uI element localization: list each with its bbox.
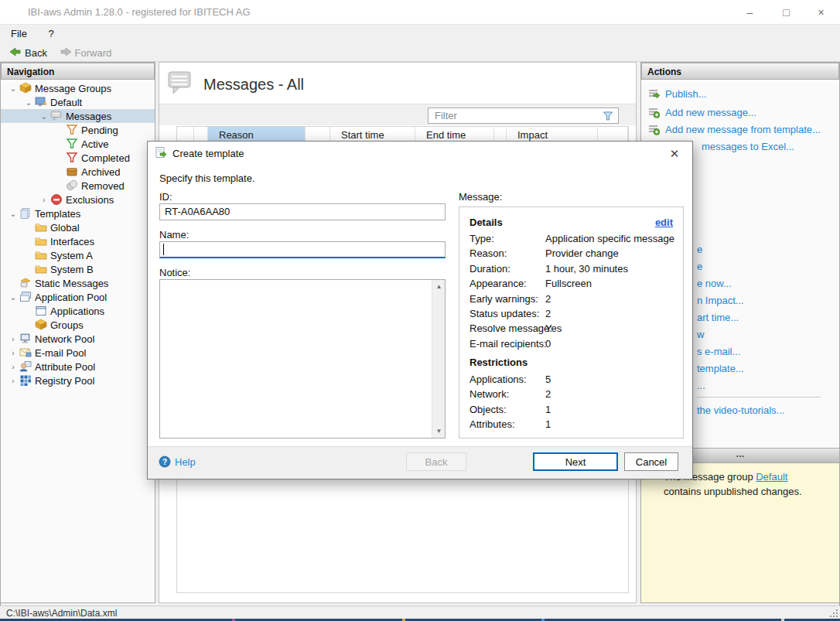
next-button[interactable]: Next	[533, 452, 618, 471]
action-fragment[interactable]: e now...	[697, 278, 732, 289]
nav-item-label: Message Groups	[35, 83, 111, 94]
dialog-titlebar[interactable]: Create template ✕	[148, 142, 692, 165]
forward-button[interactable]: Forward	[55, 44, 117, 61]
folder-icon	[35, 249, 47, 261]
chevron-right-icon[interactable]: ›	[38, 193, 50, 206]
chevron-spacer	[22, 305, 35, 317]
action-publish[interactable]: Publish...	[647, 87, 706, 100]
chevron-down-icon[interactable]: ⌄	[38, 110, 50, 122]
statusbar-path: C:\IBI-aws\Admin\Data.xml	[6, 608, 117, 619]
dialog-title: Create template	[172, 148, 244, 159]
default-group-link[interactable]: Default	[756, 471, 787, 483]
chevron-down-icon[interactable]: ⌄	[7, 82, 19, 94]
back-button[interactable]: Back	[5, 44, 52, 61]
action-fragment[interactable]: n Impact...	[697, 295, 744, 306]
chevron-right-icon[interactable]: ›	[7, 346, 19, 359]
nav-item-system-a[interactable]: System A	[1, 248, 155, 262]
nav-item-e-mail-pool[interactable]: ›E-mail Pool	[1, 346, 155, 360]
chevron-down-icon[interactable]: ⌄	[7, 207, 19, 220]
minimize-button[interactable]: –	[732, 0, 767, 25]
nav-item-applications[interactable]: Applications	[1, 304, 155, 318]
filter-funnel-icon[interactable]	[602, 110, 614, 122]
cancel-button[interactable]: Cancel	[624, 452, 678, 471]
nav-item-label: Groups	[50, 319, 84, 331]
chevron-right-icon[interactable]: ›	[7, 333, 19, 345]
nav-item-message-groups[interactable]: ⌄Message Groups	[1, 81, 155, 95]
funnel-red-icon	[66, 152, 78, 164]
nav-item-exclusions[interactable]: ›Exclusions	[1, 193, 155, 206]
nav-item-registry-pool[interactable]: ›Registry Pool	[1, 374, 155, 387]
nav-item-label: Attribute Pool	[35, 361, 95, 373]
nav-item-application-pool[interactable]: ⌄Application Pool	[1, 290, 155, 304]
name-field[interactable]	[159, 241, 446, 258]
detail-value: 2	[545, 388, 551, 400]
scroll-down-icon[interactable]: ▼	[432, 425, 446, 438]
action-video-tutorials-link[interactable]: the video-tutorials...	[697, 404, 784, 416]
nav-item-messages[interactable]: ⌄Messages	[1, 109, 155, 123]
nav-item-completed[interactable]: Completed	[1, 151, 155, 165]
nav-item-label: E-mail Pool	[35, 347, 86, 359]
funnel-orange-icon	[66, 124, 78, 136]
scroll-up-icon[interactable]: ▲	[432, 280, 446, 293]
message-label: Message:	[459, 191, 502, 203]
maximize-button[interactable]: □	[769, 0, 804, 25]
edit-link[interactable]: edit	[655, 217, 673, 228]
nav-item-label: Removed	[81, 180, 125, 192]
action-add-new-message[interactable]: Add new message...	[647, 106, 756, 118]
detail-row-attributes: Attributes:1	[470, 418, 674, 433]
notice-scrollbar[interactable]: ▲ ▼	[432, 280, 445, 438]
filter-input[interactable]: Filter	[428, 107, 619, 124]
action-fragment[interactable]: e	[697, 244, 702, 255]
nav-item-system-b[interactable]: System B	[1, 262, 155, 276]
detail-value: 1 hour, 30 minutes	[545, 263, 628, 275]
action-fragment[interactable]: s e-mail...	[697, 346, 740, 357]
chevron-right-icon[interactable]: ›	[7, 374, 19, 387]
detail-row-applications: Applications:5	[470, 374, 674, 388]
nav-item-removed[interactable]: Removed	[1, 179, 155, 193]
folder-icon	[35, 263, 47, 275]
action-fragment[interactable]: w	[697, 329, 704, 340]
resize-grip[interactable]	[830, 609, 838, 617]
page-title: Messages - All	[203, 76, 304, 94]
action-fragment[interactable]: ...	[697, 380, 705, 391]
detail-row-network: Network:2	[470, 388, 674, 403]
help-link[interactable]: ? Help	[159, 456, 196, 468]
close-button[interactable]: ×	[804, 0, 838, 25]
nav-item-attribute-pool[interactable]: ›Attribute Pool	[1, 360, 155, 374]
nav-item-templates[interactable]: ⌄Templates	[1, 206, 155, 220]
nav-item-label: Application Pool	[35, 292, 107, 303]
name-label: Name:	[159, 229, 189, 241]
nav-item-global[interactable]: Global	[1, 220, 155, 234]
id-field[interactable]: RT-A0A6AA80	[159, 203, 446, 220]
action-add-new-message-from-template[interactable]: Add new message from template...	[647, 123, 821, 135]
nav-item-static-messages[interactable]: Static Messages	[1, 276, 155, 290]
back-dialog-button[interactable]: Back	[406, 452, 466, 471]
nav-item-interfaces[interactable]: Interfaces	[1, 234, 155, 248]
dialog-close-icon[interactable]: ✕	[666, 145, 683, 162]
nav-item-label: Messages	[66, 111, 111, 122]
action-fragment[interactable]: e	[697, 261, 702, 272]
chevron-right-icon[interactable]: ›	[7, 360, 19, 373]
chevron-spacer	[22, 319, 35, 331]
nav-item-pending[interactable]: Pending	[1, 123, 155, 137]
detail-value: 5	[545, 374, 551, 385]
menu-help[interactable]: ?	[41, 25, 62, 43]
nav-item-default[interactable]: ⌄Default	[1, 95, 155, 109]
exclusion-icon	[50, 193, 63, 206]
nav-item-active[interactable]: Active	[1, 137, 155, 151]
menu-file[interactable]: File	[3, 25, 35, 43]
nav-item-archived[interactable]: Archived	[1, 165, 155, 179]
chevron-down-icon[interactable]: ⌄	[7, 291, 19, 303]
filter-row: Filter	[159, 104, 636, 125]
action-fragment[interactable]: template...	[697, 363, 744, 374]
chevron-spacer	[7, 277, 19, 289]
detail-row-reason: Reason:Provider change	[470, 247, 674, 262]
nav-item-network-pool[interactable]: ›Network Pool	[1, 332, 155, 346]
app-logo-icon	[9, 5, 22, 19]
action-fragment[interactable]: art time...	[697, 312, 739, 323]
chevron-down-icon[interactable]: ⌄	[22, 96, 35, 108]
nav-item-groups[interactable]: Groups	[1, 318, 155, 332]
filter-placeholder: Filter	[429, 110, 602, 121]
notice-field[interactable]: ▲ ▼	[159, 279, 446, 438]
network-icon	[19, 333, 32, 345]
